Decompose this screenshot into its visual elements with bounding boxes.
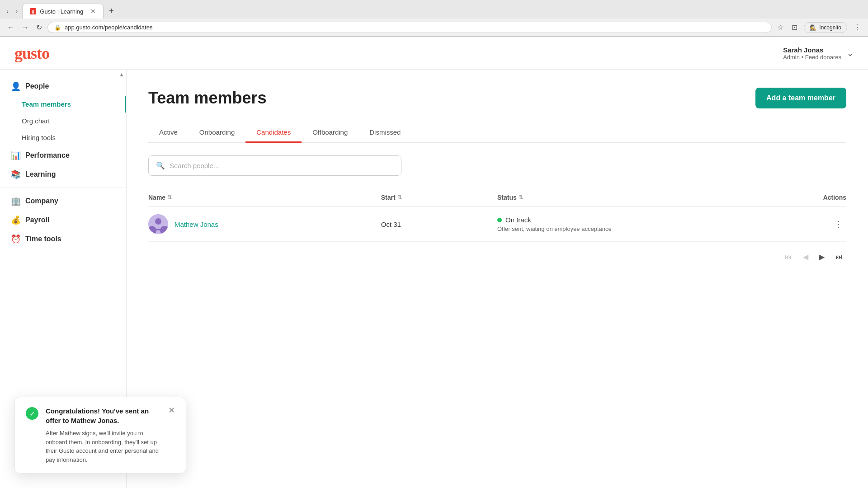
table-container: Name ⇅ Start ⇅ Status ⇅ Actions (148, 188, 846, 242)
add-team-member-button[interactable]: Add a team member (755, 88, 846, 108)
address-bar: ← → ↻ 🔒 app.gusto.com/people/candidates … (0, 19, 868, 37)
sidebar-divider (0, 188, 126, 188)
url-bar[interactable]: 🔒 app.gusto.com/people/candidates (47, 22, 772, 33)
person-link[interactable]: Mathew Jonas (175, 221, 218, 228)
sidebar-section-time-tools[interactable]: ⏰ Time tools (0, 230, 126, 249)
col-header-actions: Actions (730, 194, 846, 201)
status-sub: Offer sent, waiting on employee acceptan… (497, 225, 730, 232)
incognito-icon: 🕵️ (810, 24, 816, 31)
avatar (148, 214, 168, 234)
actions-cell: ⋮ (730, 217, 846, 231)
active-tab[interactable]: g Gusto | Learning ✕ (22, 4, 104, 19)
status-label: On track (505, 216, 531, 224)
table-row: Mathew Jonas Oct 31 On track Offer sent,… (148, 207, 846, 242)
favicon: g (30, 8, 36, 14)
sidebar-item-hiring-tools[interactable]: Hiring tools (0, 129, 126, 146)
user-details: Sarah Jonas Admin • Feed donares (783, 46, 841, 61)
back-button[interactable]: ← (5, 22, 16, 33)
toast-close-button[interactable]: ✕ (168, 406, 175, 414)
browser-chrome: ‹ › g Gusto | Learning ✕ + ← → ↻ 🔒 app.g… (0, 0, 868, 37)
sidebar-section-payroll[interactable]: 💰 Payroll (0, 211, 126, 230)
tab-dismissed[interactable]: Dismissed (359, 123, 411, 143)
col-header-name[interactable]: Name ⇅ (148, 194, 381, 201)
col-header-status[interactable]: Status ⇅ (497, 194, 730, 201)
sidebar-section-people[interactable]: 👤 People (0, 77, 126, 96)
sidebar-section-learning-label: Learning (25, 170, 56, 178)
sidebar-section-performance[interactable]: 📊 Performance (0, 146, 126, 165)
tab-candidates[interactable]: Candidates (245, 123, 302, 143)
start-date: Oct 31 (381, 221, 497, 228)
tab-onboarding[interactable]: Onboarding (189, 123, 245, 143)
toast-notification: ✓ Congratulations! You've sent an offer … (14, 397, 186, 474)
status-cell: On track Offer sent, waiting on employee… (497, 216, 730, 232)
toast-success-icon: ✓ (26, 407, 38, 420)
lock-icon: 🔒 (54, 24, 61, 31)
search-bar: 🔍 (148, 155, 401, 176)
company-icon: 🏢 (11, 196, 21, 206)
sort-status-icon: ⇅ (519, 194, 523, 201)
tab-nav-back[interactable]: ‹ (4, 6, 11, 17)
col-header-start[interactable]: Start ⇅ (381, 194, 497, 201)
menu-button[interactable]: ⋮ (852, 21, 863, 33)
last-page-button[interactable]: ⏭ (832, 251, 846, 263)
toast-content: Congratulations! You've sent an offer to… (46, 406, 161, 464)
time-tools-icon: ⏰ (11, 234, 21, 244)
sidebar-section-learning[interactable]: 📚 Learning (0, 165, 126, 184)
tab-title: Gusto | Learning (40, 8, 83, 15)
payroll-icon: 💰 (11, 215, 21, 225)
search-icon: 🔍 (156, 161, 165, 170)
sidebar-scroll-up[interactable]: ▲ (117, 70, 126, 80)
people-icon: 👤 (11, 81, 21, 91)
main-content: Team members Add a team member Active On… (127, 70, 868, 488)
tab-offboarding[interactable]: Offboarding (302, 123, 359, 143)
sidebar-section-performance-label: Performance (25, 151, 70, 160)
table-header: Name ⇅ Start ⇅ Status ⇅ Actions (148, 188, 846, 207)
status-dot (497, 218, 502, 222)
performance-icon: 📊 (11, 150, 21, 160)
sort-name-icon: ⇅ (167, 194, 172, 201)
close-tab-button[interactable]: ✕ (90, 8, 96, 15)
incognito-badge: 🕵️ Incognito (804, 22, 847, 33)
logo[interactable]: gusto (14, 44, 49, 63)
next-page-button[interactable]: ▶ (816, 251, 828, 263)
person-cell: Mathew Jonas (148, 214, 381, 234)
sidebar-item-team-members[interactable]: Team members (0, 96, 126, 113)
new-tab-button[interactable]: + (105, 5, 118, 18)
sidebar-section-time-tools-label: Time tools (25, 235, 61, 243)
bookmark-button[interactable]: ☆ (775, 21, 785, 33)
sidebar-section-people-label: People (25, 82, 49, 90)
reload-button[interactable]: ↻ (34, 21, 44, 33)
sidebar-section-payroll-label: Payroll (25, 216, 49, 224)
sidebar-section-company-label: Company (25, 197, 58, 205)
first-page-button[interactable]: ⏮ (781, 251, 796, 263)
tabs: Active Onboarding Candidates Offboarding… (148, 123, 846, 143)
extensions-button[interactable]: ⊡ (790, 21, 799, 33)
url-text: app.gusto.com/people/candidates (65, 24, 765, 31)
status-badge: On track (497, 216, 730, 224)
sidebar-item-org-chart[interactable]: Org chart (0, 113, 126, 129)
tab-active[interactable]: Active (148, 123, 189, 143)
prev-page-button[interactable]: ◀ (799, 251, 812, 263)
user-role: Admin • Feed donares (783, 54, 841, 61)
chevron-down-icon: ⌄ (847, 48, 854, 58)
pagination: ⏮ ◀ ▶ ⏭ (148, 251, 846, 263)
tab-bar: ‹ › g Gusto | Learning ✕ + (0, 0, 868, 19)
page-header: Team members Add a team member (148, 88, 846, 108)
sidebar-section-company[interactable]: 🏢 Company (0, 192, 126, 211)
user-menu[interactable]: Sarah Jonas Admin • Feed donares ⌄ (783, 46, 854, 61)
address-bar-right: ☆ ⊡ 🕵️ Incognito ⋮ (775, 21, 863, 33)
row-actions-button[interactable]: ⋮ (830, 217, 846, 231)
incognito-label: Incognito (819, 24, 841, 31)
app-header: gusto Sarah Jonas Admin • Feed donares ⌄ (0, 37, 868, 70)
page-title: Team members (148, 89, 266, 108)
user-name: Sarah Jonas (783, 46, 841, 54)
svg-point-1 (155, 218, 161, 225)
toast-title: Congratulations! You've sent an offer to… (46, 406, 161, 425)
toast-body: After Mathew signs, we'll invite you to … (46, 429, 161, 464)
forward-button[interactable]: → (20, 22, 31, 33)
learning-icon: 📚 (11, 169, 21, 179)
search-input[interactable] (170, 162, 394, 169)
tab-nav-forward[interactable]: › (13, 6, 21, 17)
sort-start-icon: ⇅ (397, 194, 402, 201)
